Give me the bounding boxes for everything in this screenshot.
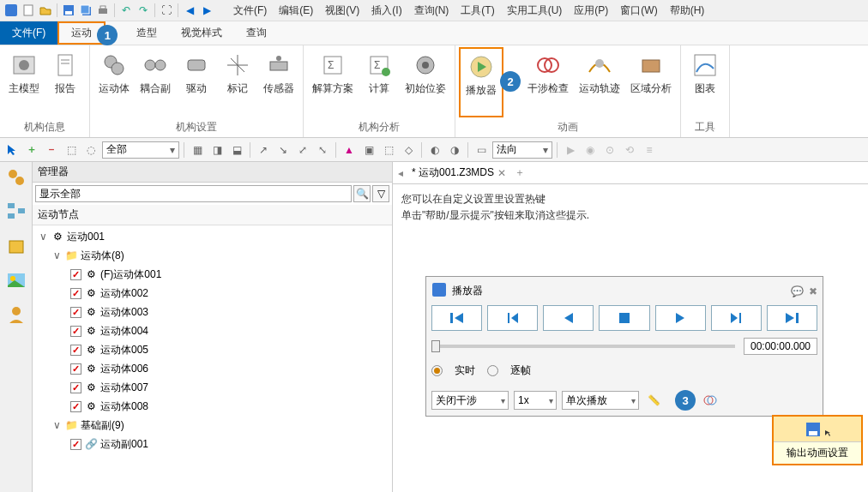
side-user-icon[interactable]	[4, 303, 28, 327]
tree-body-4[interactable]: ✓⚙运动体005	[33, 340, 392, 359]
tab-file[interactable]: 文件(F)	[0, 21, 57, 45]
menu-app[interactable]: 应用(P)	[569, 3, 613, 18]
tab-motion[interactable]: 运动 1	[57, 21, 105, 45]
orient-select[interactable]: 法向	[492, 141, 552, 159]
filter-funnel-icon[interactable]: ▽	[372, 185, 389, 202]
tb-ico-1[interactable]: ▦	[189, 141, 206, 159]
speed-select[interactable]: 1x	[514, 391, 557, 410]
side-image-icon[interactable]	[4, 268, 28, 292]
menu-edit[interactable]: 编辑(E)	[274, 3, 318, 18]
back-icon[interactable]: ◀	[182, 3, 197, 18]
rbtn-report[interactable]: 报告	[45, 47, 86, 117]
tb-ico-16[interactable]: ⊙	[601, 141, 618, 159]
menu-tools[interactable]: 工具(T)	[455, 3, 499, 18]
player-play[interactable]	[655, 305, 706, 331]
interf-select[interactable]: 关闭干涉	[431, 391, 509, 410]
tb-ico-12[interactable]: ◑	[446, 141, 463, 159]
side-box-icon[interactable]	[4, 234, 28, 258]
tree-body-1[interactable]: ✓⚙运动体002	[33, 284, 392, 303]
rbtn-joint[interactable]: 耦合副	[135, 47, 176, 117]
doc-tab[interactable]: * 运动001.Z3MDS ✕	[408, 164, 509, 182]
close-icon[interactable]: ✕	[497, 167, 506, 179]
tb-ico-14[interactable]: ▶	[562, 141, 579, 159]
interf-icon[interactable]	[701, 391, 720, 410]
selbox-icon[interactable]: ⬚	[63, 141, 80, 159]
tb-ico-11[interactable]: ◐	[426, 141, 443, 159]
tb-ico-18[interactable]: ≡	[641, 141, 658, 159]
tree-body-2[interactable]: ✓⚙运动体003	[33, 303, 392, 321]
filter-search-icon[interactable]: 🔍	[353, 185, 371, 202]
lasso-icon[interactable]: ◌	[82, 141, 99, 159]
cursor-icon[interactable]	[3, 141, 21, 159]
tb-ico-7[interactable]: ⤡	[314, 141, 331, 159]
tree-body-3[interactable]: ✓⚙运动体004	[33, 321, 392, 340]
player-last[interactable]	[767, 305, 817, 331]
tb-ico-8[interactable]: ▣	[360, 141, 377, 159]
tree-body-6[interactable]: ✓⚙运动体007	[33, 378, 392, 397]
rbtn-drive[interactable]: 驱动	[176, 47, 217, 117]
menu-query[interactable]: 查询(N)	[409, 3, 455, 18]
rbtn-trace[interactable]: 运动轨迹	[574, 47, 625, 117]
menu-util[interactable]: 实用工具(U)	[502, 3, 568, 18]
tb-ptr-icon[interactable]: ▲	[341, 141, 358, 159]
new-icon[interactable]	[21, 3, 36, 18]
tab-add-icon[interactable]: ＋	[515, 165, 525, 180]
tb-ico-6[interactable]: ⤢	[294, 141, 311, 159]
export-button[interactable]	[774, 417, 861, 442]
rbtn-initpos[interactable]: 初始位姿	[400, 47, 451, 117]
filter-select[interactable]: 全部	[102, 141, 179, 159]
tb-ico-15[interactable]: ◉	[582, 141, 599, 159]
rbtn-sensor[interactable]: 传感器	[258, 47, 299, 117]
rbtn-player[interactable]: 播放器 2	[459, 47, 503, 117]
rbtn-zone[interactable]: 区域分析	[625, 47, 677, 117]
tab-shape[interactable]: 造型	[124, 21, 169, 45]
saveall-icon[interactable]	[78, 3, 93, 18]
tb-ico-5[interactable]: ↘	[274, 141, 292, 159]
tab-visual[interactable]: 视觉样式	[169, 21, 234, 45]
player-slider[interactable]	[431, 345, 735, 348]
tb-ico-9[interactable]: ⬚	[380, 141, 397, 159]
tb-ico-3[interactable]: ⬓	[228, 141, 245, 159]
player-msg-icon[interactable]: 💬	[791, 285, 804, 297]
rbtn-marker[interactable]: 标记	[217, 47, 258, 117]
side-tree-icon[interactable]	[4, 200, 28, 224]
tree-body-7[interactable]: ✓⚙运动体008	[33, 397, 392, 416]
fwd-icon[interactable]: ▶	[199, 3, 214, 18]
menu-view[interactable]: 视图(V)	[320, 3, 365, 18]
player-next[interactable]	[711, 305, 762, 331]
fullscreen-icon[interactable]: ⛶	[159, 3, 174, 18]
tree-body-5[interactable]: ✓⚙运动体006	[33, 359, 392, 378]
tree-bodies[interactable]: ∨📁运动体(8)	[33, 246, 392, 265]
tb-ico-17[interactable]: ⟲	[621, 141, 638, 159]
rbtn-chart[interactable]: 图表	[684, 47, 726, 117]
tb-ico-13[interactable]: ▭	[473, 141, 490, 159]
player-close-icon[interactable]: ✖	[809, 285, 817, 297]
measure-icon[interactable]: 📏	[644, 391, 663, 410]
tree-body-0[interactable]: ✓⚙(F)运动体001	[33, 265, 392, 284]
add-icon[interactable]: ＋	[23, 141, 40, 159]
menu-help[interactable]: 帮助(H)	[665, 3, 710, 18]
tree-joint-0[interactable]: ✓🔗运动副001	[33, 435, 392, 453]
remove-icon[interactable]: －	[43, 141, 60, 159]
player-first[interactable]	[431, 305, 482, 331]
radio-realtime[interactable]	[431, 365, 443, 376]
undo-icon[interactable]: ↶	[118, 3, 134, 18]
tab-prev-icon[interactable]: ◂	[398, 167, 403, 179]
tab-query[interactable]: 查询	[234, 21, 279, 45]
manager-filter-input[interactable]	[35, 185, 352, 202]
menu-window[interactable]: 窗口(W)	[615, 3, 662, 18]
open-icon[interactable]	[38, 3, 53, 18]
rbtn-mainmodel[interactable]: 主模型	[3, 47, 45, 117]
side-config-icon[interactable]	[4, 165, 28, 189]
rbtn-body[interactable]: 运动体	[93, 47, 135, 117]
tb-ico-10[interactable]: ◇	[400, 141, 417, 159]
print-icon[interactable]	[95, 3, 111, 18]
player-stop[interactable]	[599, 305, 649, 331]
save-icon[interactable]	[61, 3, 76, 18]
tb-ico-4[interactable]: ↗	[255, 141, 272, 159]
rbtn-solver[interactable]: Σ解算方案	[307, 47, 359, 117]
tree-joints[interactable]: ∨📁基础副(9)	[33, 416, 392, 435]
tb-ico-2[interactable]: ◨	[208, 141, 226, 159]
player-back[interactable]	[543, 305, 594, 331]
redo-icon[interactable]: ↷	[136, 3, 151, 18]
